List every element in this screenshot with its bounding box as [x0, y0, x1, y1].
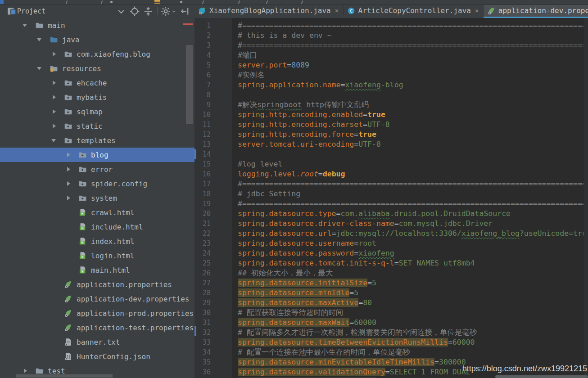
tree-vertical-scrollbar[interactable] — [186, 45, 193, 124]
chevron-spacer — [50, 281, 58, 288]
line-number: 1 — [194, 21, 211, 31]
chevron-right-icon[interactable] — [50, 122, 58, 130]
line-number: 19 — [194, 199, 211, 209]
code-text: spring.datasource.username=root — [238, 238, 376, 248]
tree-item-application-prod.properties[interactable]: application-prod.properties — [0, 306, 194, 320]
tab-close-icon[interactable]: ✕ — [475, 7, 479, 14]
text-file-icon — [64, 338, 72, 346]
chevron-right-icon[interactable] — [50, 94, 58, 101]
tree-item-label: application-prod.properties — [77, 309, 194, 318]
code-text: logging.level.root=debug — [238, 169, 345, 179]
editor[interactable]: 1#======================================… — [194, 18, 588, 378]
tree-item-login.html[interactable]: Hlogin.html — [0, 248, 194, 263]
tree-item-resources[interactable]: resources — [0, 61, 194, 76]
csdn-watermark: https://blog.csdn.net/zwx19921215 — [462, 364, 587, 374]
tree-item-application-dev.properties[interactable]: application-dev.properties — [0, 292, 194, 306]
tree-item-crawl.html[interactable]: Hcrawl.html — [0, 205, 194, 220]
tree-item-main.html[interactable]: Hmain.html — [0, 263, 194, 277]
chevron-right-icon[interactable] — [65, 166, 72, 173]
editor-horizontal-scrollbar[interactable] — [495, 375, 588, 378]
editor-right-scrollbar-track[interactable] — [583, 18, 588, 378]
tree-item-label: login.html — [91, 252, 134, 260]
json-file-icon: {} — [64, 352, 72, 360]
code-line-12: 12spring.http.encoding.force=true — [194, 130, 583, 140]
line-number: 21 — [194, 219, 211, 229]
tree-item-java[interactable]: java — [0, 32, 194, 47]
tree-item-static[interactable]: static — [0, 119, 194, 133]
chevron-down-icon[interactable] — [36, 36, 43, 43]
line-number: 11 — [194, 120, 211, 130]
tab-label: XiaofengBlogApplication.java — [209, 6, 331, 15]
tree-item-label: com.xiaofeng.blog — [77, 50, 150, 58]
tree-horizontal-scrollbar[interactable] — [16, 374, 113, 378]
chevron-right-icon[interactable] — [65, 151, 72, 158]
chevron-right-icon[interactable] — [50, 79, 58, 86]
code-text: spring.datasource.url=jdbc:mysql://local… — [238, 229, 583, 238]
tab-XiaofengBlogApplication.java[interactable]: XiaofengBlogApplication.java✕ — [194, 4, 344, 18]
tree-item-HunterConfig.json[interactable]: {}HunterConfig.json — [0, 349, 194, 364]
tree-item-error[interactable]: error — [0, 162, 194, 176]
line-number: 15 — [194, 159, 211, 169]
tree-item-label: blog — [91, 151, 109, 159]
html-icon: H — [78, 266, 86, 274]
tree-item-label: system — [91, 194, 117, 202]
tree-item-blog[interactable]: blog — [0, 148, 194, 162]
tree-item-application.properties[interactable]: application.properties — [0, 277, 194, 292]
editor-code-area[interactable]: 1#======================================… — [194, 18, 583, 378]
chevron-right-icon[interactable] — [65, 194, 72, 202]
tree-item-label: banner.txt — [77, 338, 120, 346]
tree-item-label: error — [91, 165, 113, 174]
package-icon — [64, 108, 72, 116]
chevron-right-icon[interactable] — [50, 108, 58, 115]
tree-item-banner.txt[interactable]: banner.txt — [0, 335, 194, 349]
locate-icon[interactable] — [129, 6, 140, 17]
tree-item-mybatis[interactable]: mybatis — [0, 90, 194, 104]
code-line-15: 15#log level — [194, 159, 583, 169]
line-number: 5 — [194, 60, 211, 70]
code-line-13: 13server.tomcat.uri-encoding=UTF-8 — [194, 140, 583, 149]
folder-resources-icon — [50, 64, 58, 72]
error-stripe-mark — [183, 23, 193, 25]
chevron-right-icon[interactable] — [22, 367, 29, 374]
tree-item-include.html[interactable]: Hinclude.html — [0, 220, 194, 234]
tree-item-main[interactable]: main — [0, 18, 194, 32]
chevron-right-icon[interactable] — [50, 50, 58, 58]
chevron-down-icon[interactable] — [36, 65, 43, 72]
html-icon: H — [78, 237, 86, 245]
code-text: #=======================================… — [238, 40, 583, 50]
tab-close-icon[interactable]: ✕ — [335, 7, 339, 14]
tree-item-ehcache[interactable]: ehcache — [0, 76, 194, 90]
package-icon — [78, 151, 86, 159]
chevron-down-icon[interactable] — [116, 6, 127, 17]
line-number: 20 — [194, 209, 211, 219]
tree-item-application-test.properties[interactable]: application-test.properties — [0, 320, 194, 335]
folder-icon — [35, 367, 43, 375]
code-text: spring.datasource.tomcat.init-s-q-l=SET … — [238, 258, 475, 268]
settings-gear-icon[interactable] — [160, 6, 171, 17]
tab-ArticleCopyController.java[interactable]: CArticleCopyController.java✕ — [344, 4, 484, 18]
chevron-down-icon[interactable] — [50, 137, 58, 144]
package-icon — [64, 50, 72, 58]
code-line-30: 30# 配置获取连接等待超时的时间 — [194, 308, 583, 318]
package-icon — [78, 165, 86, 173]
chevron-right-icon[interactable] — [65, 180, 72, 187]
chevron-spacer — [50, 324, 58, 331]
hide-panel-icon[interactable] — [179, 6, 190, 17]
chevron-down-icon[interactable] — [22, 22, 29, 29]
line-number: 33 — [194, 338, 211, 347]
code-text: spring.datasource.password=xiaofeng — [238, 248, 394, 258]
tree-item-system[interactable]: system — [0, 191, 194, 205]
code-text: spring.datasource.minEvictableIdleTimeMi… — [238, 357, 466, 367]
tree-item-spider.config[interactable]: spider.config — [0, 176, 194, 191]
code-line-32: 32# 配置间隔多久才进行一次检测，检测需要关闭的空闲连接，单位是毫秒 — [194, 328, 583, 338]
tree-item-sqlmap[interactable]: sqlmap — [0, 104, 194, 119]
tree-item-com.xiaofeng.blog[interactable]: com.xiaofeng.blog — [0, 47, 194, 61]
tree-item-index.html[interactable]: Hindex.html — [0, 234, 194, 248]
breadcrumb-fragment — [266, 0, 268, 4]
collapse-all-icon[interactable] — [143, 6, 154, 17]
tab-application-dev.properties[interactable]: application-dev.properties — [484, 4, 588, 18]
toolbar-divider — [157, 7, 158, 15]
tree-item-templates[interactable]: templates — [0, 133, 194, 148]
gear-chevron-icon[interactable] — [171, 6, 176, 17]
spring-leaf-icon — [64, 280, 72, 288]
